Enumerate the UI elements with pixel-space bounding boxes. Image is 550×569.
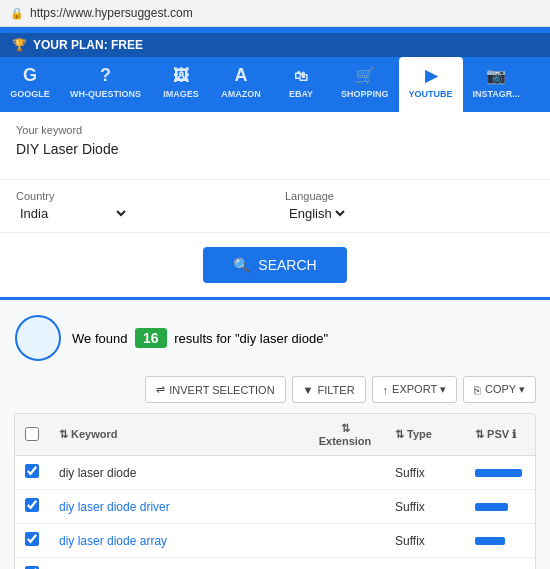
table-row: diy laser diode arraySuffix	[15, 524, 535, 558]
filter-button[interactable]: ▼ FILTER	[292, 376, 366, 403]
psv-bar-wrap	[475, 469, 525, 477]
keyword-label: Your keyword	[16, 124, 534, 136]
psv-bar	[475, 469, 522, 477]
results-header: 🙌 We found 16 results for "diy laser dio…	[14, 314, 536, 362]
row-checkbox-cell	[15, 456, 49, 490]
language-select[interactable]: English Hindi	[285, 205, 348, 222]
row-extension-cell	[305, 490, 385, 524]
country-select-wrap: India United States United Kingdom	[16, 205, 265, 222]
th-psv: ⇅ PSV ℹ	[465, 414, 535, 456]
search-button[interactable]: 🔍 SEARCH	[203, 247, 346, 283]
nav-tab-google[interactable]: GGOOGLE	[0, 57, 60, 112]
ebay-icon: 🛍	[294, 65, 308, 86]
row-psv-cell	[465, 524, 535, 558]
table-header: ⇅ Keyword ⇅ Extension ⇅ Type ⇅ PSV ℹ	[15, 414, 535, 456]
row-keyword-cell: diy laser diode cutter	[49, 558, 305, 570]
row-checkbox-cell	[15, 558, 49, 570]
shopping-tab-label: SHOPPING	[341, 89, 389, 99]
results-table-wrap: ⇅ Keyword ⇅ Extension ⇅ Type ⇅ PSV ℹ diy…	[14, 413, 536, 569]
plan-bar: 🏆 YOUR PLAN: FREE	[0, 33, 550, 57]
row-keyword-cell: diy laser diode array	[49, 524, 305, 558]
form-row: Country India United States United Kingd…	[0, 179, 550, 232]
nav-tab-wh-questions[interactable]: ?WH-QUESTIONS	[60, 57, 151, 112]
top-nav: 🏆 YOUR PLAN: FREE GGOOGLE?WH-QUESTIONS🖼I…	[0, 27, 550, 112]
row-keyword-cell: diy laser diode driver	[49, 490, 305, 524]
nav-tab-amazon[interactable]: aAMAZON	[211, 57, 271, 112]
invert-icon: ⇌	[156, 383, 165, 396]
results-prefix: We found	[72, 331, 127, 346]
keyword-link[interactable]: diy laser diode driver	[59, 500, 170, 514]
select-all-checkbox[interactable]	[25, 427, 39, 441]
wh-questions-tab-label: WH-QUESTIONS	[70, 89, 141, 99]
row-psv-cell	[465, 558, 535, 570]
export-button[interactable]: ↑ EXPORT ▾	[372, 376, 457, 403]
row-checkbox-1[interactable]	[25, 498, 39, 512]
toolbar: ⇌ INVERT SELECTION ▼ FILTER ↑ EXPORT ▾ ⎘…	[14, 376, 536, 403]
row-keyword-cell: diy laser diode	[49, 456, 305, 490]
search-icon: 🔍	[233, 257, 250, 273]
nav-tab-instagram[interactable]: 📷INSTAGR...	[463, 57, 530, 112]
language-label: Language	[285, 190, 534, 202]
keyword-link[interactable]: diy laser diode array	[59, 534, 167, 548]
row-checkbox-cell	[15, 490, 49, 524]
results-text: We found 16 results for "diy laser diode…	[72, 328, 328, 348]
row-checkbox-0[interactable]	[25, 464, 39, 478]
language-select-wrap: English Hindi	[285, 205, 534, 222]
country-col: Country India United States United Kingd…	[16, 190, 265, 222]
th-type: ⇅ Type	[385, 414, 465, 456]
psv-bar	[475, 503, 508, 511]
keyword-input[interactable]	[16, 139, 534, 159]
results-count: 16	[135, 328, 167, 348]
invert-label: INVERT SELECTION	[169, 384, 274, 396]
form-area: Your keyword	[0, 112, 550, 179]
filter-label: FILTER	[318, 384, 355, 396]
nav-tab-ebay[interactable]: 🛍EBAY	[271, 57, 331, 112]
nav-tab-images[interactable]: 🖼IMAGES	[151, 57, 211, 112]
google-tab-label: GOOGLE	[10, 89, 50, 99]
instagram-icon: 📷	[486, 65, 506, 86]
th-extension: ⇅ Extension	[305, 414, 385, 456]
amazon-tab-label: AMAZON	[221, 89, 261, 99]
th-keyword: ⇅ Keyword	[49, 414, 305, 456]
row-extension-cell	[305, 558, 385, 570]
filter-icon: ▼	[303, 384, 314, 396]
search-btn-wrap: 🔍 SEARCH	[0, 232, 550, 297]
results-table: ⇅ Keyword ⇅ Extension ⇅ Type ⇅ PSV ℹ diy…	[15, 414, 535, 569]
country-label: Country	[16, 190, 265, 202]
row-psv-cell	[465, 490, 535, 524]
row-extension-cell	[305, 524, 385, 558]
th-type-label: ⇅ Type	[395, 428, 432, 440]
export-label: EXPORT ▾	[392, 383, 446, 396]
invert-selection-button[interactable]: ⇌ INVERT SELECTION	[145, 376, 285, 403]
nav-tabs: GGOOGLE?WH-QUESTIONS🖼IMAGESaAMAZON🛍EBAY🛒…	[0, 57, 550, 112]
nav-tab-youtube[interactable]: ▶YouTUBE	[399, 57, 463, 112]
th-keyword-label: ⇅ Keyword	[59, 428, 118, 440]
results-suffix: results for "diy laser diode"	[174, 331, 328, 346]
results-icon: 🙌	[14, 314, 62, 362]
results-area: 🙌 We found 16 results for "diy laser dio…	[0, 297, 550, 569]
row-psv-cell	[465, 456, 535, 490]
th-extension-label: ⇅ Extension	[319, 422, 372, 447]
youtube-tab-label: YouTUBE	[409, 89, 453, 99]
country-select[interactable]: India United States United Kingdom	[16, 205, 129, 222]
google-icon: G	[23, 65, 37, 86]
amazon-icon: a	[235, 65, 248, 86]
table-body: diy laser diodeSuffixdiy laser diode dri…	[15, 456, 535, 570]
address-bar: 🔒 https://www.hypersuggest.com	[0, 0, 550, 27]
lock-icon: 🔒	[10, 7, 24, 20]
shopping-icon: 🛒	[355, 65, 375, 86]
nav-tab-shopping[interactable]: 🛒SHOPPING	[331, 57, 399, 112]
row-type-cell: Suffix	[385, 558, 465, 570]
images-icon: 🖼	[173, 65, 189, 86]
table-row: diy laser diodeSuffix	[15, 456, 535, 490]
instagram-tab-label: INSTAGR...	[473, 89, 520, 99]
row-type-cell: Suffix	[385, 490, 465, 524]
export-icon: ↑	[383, 384, 389, 396]
row-type-cell: Suffix	[385, 456, 465, 490]
url-text: https://www.hypersuggest.com	[30, 6, 193, 20]
copy-button[interactable]: ⎘ COPY ▾	[463, 376, 536, 403]
th-select-all	[15, 414, 49, 456]
psv-bar-wrap	[475, 537, 525, 545]
row-checkbox-2[interactable]	[25, 532, 39, 546]
copy-label: COPY ▾	[485, 383, 525, 396]
